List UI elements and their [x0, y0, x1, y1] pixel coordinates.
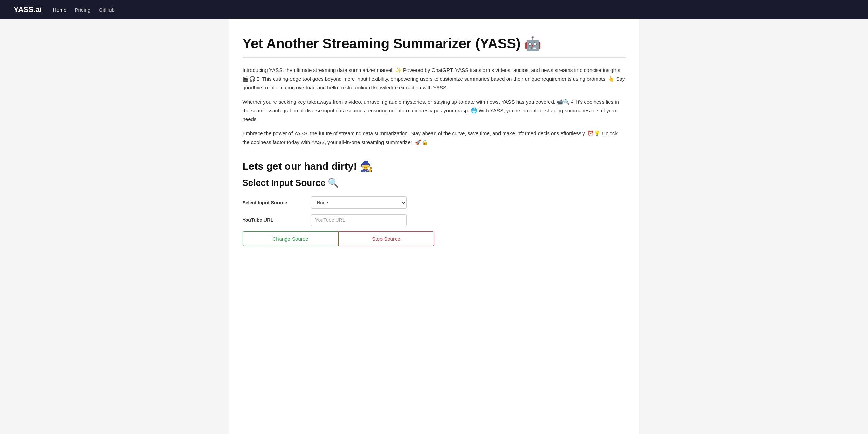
- stop-source-button[interactable]: Stop Source: [338, 231, 434, 246]
- description-paragraph-3: Embrace the power of YASS, the future of…: [243, 129, 626, 146]
- youtube-url-input[interactable]: [311, 214, 407, 226]
- nav-link-home[interactable]: Home: [53, 7, 66, 13]
- navbar: YASS.ai Home Pricing GitHub: [0, 0, 868, 19]
- nav-link-github[interactable]: GitHub: [99, 7, 115, 13]
- input-source-row: Select Input Source None YouTube Audio N…: [243, 196, 626, 209]
- input-source-label: Select Input Source: [243, 200, 311, 205]
- section-heading-dirty: Lets get our hand dirty! 🧙: [243, 160, 626, 172]
- description-paragraph-2: Whether you're seeking key takeaways fro…: [243, 98, 626, 124]
- description-paragraph-1: Introducing YASS, the ultimate streaming…: [243, 66, 626, 92]
- youtube-url-label: YouTube URL: [243, 217, 311, 223]
- input-source-select[interactable]: None YouTube Audio News: [311, 196, 407, 209]
- change-source-button[interactable]: Change Source: [243, 231, 338, 246]
- section-subheading-input: Select Input Source 🔍: [243, 178, 626, 188]
- page-title: Yet Another Streaming Summarizer (YASS) …: [243, 36, 626, 58]
- button-row: Change Source Stop Source: [243, 231, 434, 246]
- form-section: Select Input Source None YouTube Audio N…: [243, 196, 626, 246]
- main-content: Yet Another Streaming Summarizer (YASS) …: [229, 19, 639, 434]
- youtube-url-row: YouTube URL: [243, 214, 626, 226]
- description-section: Introducing YASS, the ultimate streaming…: [243, 66, 626, 146]
- navbar-brand[interactable]: YASS.ai: [14, 5, 42, 14]
- nav-link-pricing[interactable]: Pricing: [75, 7, 90, 13]
- navbar-links: Home Pricing GitHub: [53, 7, 115, 13]
